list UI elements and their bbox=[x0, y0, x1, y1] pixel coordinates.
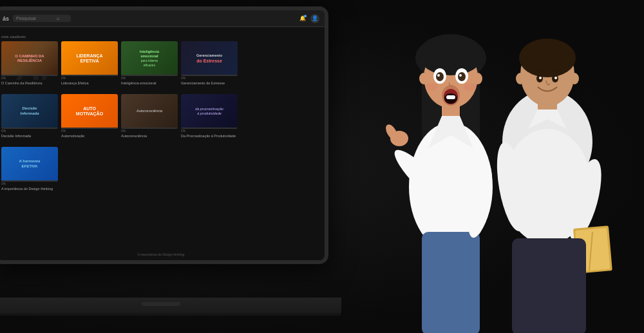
card-title-2: Liderança Efetiva bbox=[61, 81, 118, 85]
svg-rect-11 bbox=[512, 238, 586, 333]
card-progress-8: 0% bbox=[181, 129, 238, 133]
svg-point-17 bbox=[570, 73, 579, 84]
card-automotivacao[interactable]: AUTOMOTIVAÇÃO 0% Automotivação bbox=[61, 94, 118, 138]
card-title-1: O Caminho da Resiliência bbox=[1, 81, 58, 85]
card-decisao[interactable]: DecisãoInformada 0% Decisão Informada bbox=[1, 94, 58, 138]
laptop-base bbox=[0, 298, 341, 316]
user-avatar[interactable]: 👤 bbox=[310, 14, 319, 23]
nav-icons: 🔔 👤 bbox=[298, 14, 319, 23]
nav-bar: ás ⌕ 🔔 👤 bbox=[0, 10, 325, 27]
laptop-screen: ás ⌕ 🔔 👤 Ai mais bbox=[0, 6, 328, 264]
search-bar[interactable]: ⌕ bbox=[13, 15, 71, 22]
cards-row-1: O CAMINHO DARESILIÊNCIA 0% O Caminho da … bbox=[0, 41, 325, 85]
svg-point-2 bbox=[519, 39, 576, 77]
card-progress-6: 0% bbox=[61, 129, 118, 133]
card-harmonia[interactable]: A harmoniaEFETIVA 0% A importância do De… bbox=[1, 147, 58, 191]
card-autoconsciencia[interactable]: Autoconsciência 0% Autoconsciência bbox=[121, 94, 178, 138]
card-inteligencia[interactable]: Inteligênciaemocionalpara lídereseficaze… bbox=[121, 41, 178, 85]
svg-point-36 bbox=[436, 72, 444, 81]
search-input[interactable] bbox=[16, 16, 55, 21]
card-progress-7: 0% bbox=[121, 129, 178, 133]
card-lideranca[interactable]: LIDERANÇAEFETIVA 0% Liderança Efetiva bbox=[61, 41, 118, 85]
svg-point-37 bbox=[458, 72, 466, 81]
svg-point-41 bbox=[473, 73, 482, 84]
cards-row-2: DecisãoInformada 0% Decisão Informada AU… bbox=[0, 94, 325, 138]
svg-point-16 bbox=[516, 73, 525, 84]
svg-rect-25 bbox=[422, 232, 480, 333]
svg-point-40 bbox=[419, 73, 428, 84]
card-gerenciamento[interactable]: Gerenciamentodo Estresse 0% Gerenciament… bbox=[181, 41, 238, 85]
card-title-6: Automotivação bbox=[61, 134, 118, 138]
card-procrastinacao[interactable]: da procrastinaçãoà produtividade 0% Da P… bbox=[181, 94, 238, 138]
search-icon: ⌕ bbox=[57, 15, 60, 21]
svg-point-43 bbox=[464, 83, 477, 91]
svg-point-22 bbox=[419, 34, 483, 75]
screen-content: ás ⌕ 🔔 👤 Ai mais bbox=[0, 10, 325, 260]
cards-row-3: A harmoniaEFETIVA 0% A importância do De… bbox=[0, 147, 325, 191]
bottom-bar-text: A importância do Design thinking bbox=[0, 252, 325, 256]
card-progress-3: 0% bbox=[121, 76, 178, 80]
section-label: mais saudáveis bbox=[1, 35, 26, 39]
card-title-4: Gerenciamento de Estresse bbox=[181, 81, 238, 85]
svg-point-39 bbox=[459, 74, 462, 77]
card-title-9: A importância do Design thinking bbox=[1, 187, 58, 191]
card-progress-2: 0% bbox=[61, 76, 118, 80]
svg-rect-33 bbox=[446, 95, 455, 99]
card-progress-9: 0% bbox=[1, 182, 58, 186]
laptop-hinge bbox=[0, 313, 341, 316]
card-title-7: Autoconsciência bbox=[121, 134, 178, 138]
card-progress-1: 0% bbox=[1, 76, 58, 80]
card-title-8: Da Procrastinação à Produtividade bbox=[181, 134, 238, 138]
card-progress-5: 0% bbox=[1, 129, 58, 133]
notification-icon[interactable]: 🔔 bbox=[298, 14, 307, 23]
card-title-5: Decisão Informada bbox=[1, 134, 58, 138]
svg-point-14 bbox=[539, 77, 542, 79]
card-title-3: Inteligência emocional bbox=[121, 81, 178, 85]
laptop-notch bbox=[142, 302, 180, 306]
svg-point-38 bbox=[437, 74, 440, 77]
people-svg bbox=[322, 0, 644, 333]
people-illustration bbox=[322, 0, 644, 333]
laptop-device: ás ⌕ 🔔 👤 Ai mais bbox=[0, 6, 341, 316]
notification-badge bbox=[304, 15, 307, 17]
card-progress-4: 0% bbox=[181, 76, 238, 80]
svg-point-42 bbox=[425, 83, 438, 91]
svg-point-15 bbox=[554, 77, 557, 79]
card-resilience[interactable]: O CAMINHO DARESILIÊNCIA 0% O Caminho da … bbox=[1, 41, 58, 85]
nav-logo: ás bbox=[3, 15, 9, 22]
